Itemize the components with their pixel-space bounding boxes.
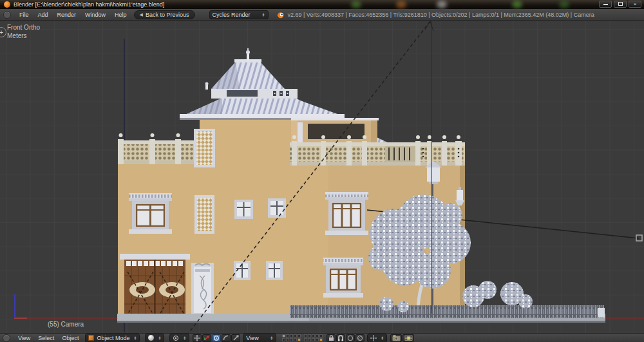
menu-render[interactable]: Render [53, 12, 81, 18]
blender-logo-icon [276, 11, 284, 19]
desktop-blur-decoration [396, 1, 406, 8]
snap-center-icon [370, 335, 377, 341]
small-window-3[interactable] [234, 261, 251, 280]
back-arrow-icon: ◀ [140, 12, 143, 17]
updown-arrows-icon: ▲▼ [183, 336, 186, 340]
layers-widget[interactable] [282, 334, 323, 341]
clerestory-window[interactable] [227, 90, 258, 97]
main-wooden-door[interactable] [124, 260, 185, 316]
eave-fascia [180, 114, 345, 118]
render-camera-icon [392, 335, 401, 341]
small-window-2[interactable] [268, 198, 286, 218]
render-engine-select[interactable]: Cycles Render ▲▼ [209, 10, 269, 19]
magnet-icon [337, 335, 344, 341]
scale-icon [232, 335, 239, 341]
manipulator-translate-button[interactable] [202, 334, 211, 342]
scene-stats: v2.69 | Verts:4908337 | Faces:4652356 | … [288, 12, 594, 18]
updown-arrows-icon: ▲▼ [270, 336, 273, 340]
pivot-icon [173, 335, 179, 341]
object-mode-icon [88, 335, 94, 341]
back-to-previous-button[interactable]: ◀ Back to Previous [134, 10, 195, 19]
hatched-circle-icon [357, 335, 363, 341]
menu-view[interactable]: View [14, 335, 34, 341]
viewport-header: View Select Object Object Mode ▲▼ ▲▼ ▲▼ [0, 333, 644, 342]
viewport-shading-select[interactable]: ▲▼ [145, 334, 164, 342]
small-window-4[interactable] [266, 261, 283, 280]
mode-select[interactable]: Object Mode ▲▼ [85, 334, 140, 342]
menu-add[interactable]: Add [33, 12, 53, 18]
manipulator-scale-button[interactable] [231, 334, 240, 342]
blender-window: Blender [E:\blender\chiekh\plan hakmi\ha… [0, 0, 644, 342]
desktop-blur-decoration [512, 1, 522, 8]
crowned-window-ground[interactable] [323, 258, 363, 298]
updown-arrows-icon: ▲▼ [262, 13, 265, 17]
minimize-button[interactable] [599, 1, 612, 8]
manipulator-toggle-button[interactable] [193, 334, 202, 342]
desktop-blur-decoration [437, 1, 447, 8]
pergola-column [298, 122, 303, 144]
titlebar[interactable]: Blender [E:\blender\chiekh\plan hakmi\ha… [0, 0, 644, 9]
desktop-blur-decoration [559, 1, 569, 8]
editor-type-selector-icon[interactable] [3, 334, 10, 342]
lattice-window-lower[interactable] [194, 195, 214, 234]
snap-target-select[interactable]: ▲▼ [367, 334, 387, 342]
menu-object[interactable]: Object [58, 335, 82, 341]
terrace-opening [308, 124, 365, 139]
grass-strip[interactable] [290, 305, 604, 318]
clerestory-ornaments [273, 91, 289, 96]
info-header: File Add Render Window Help ◀ Back to Pr… [0, 9, 644, 21]
move-arrows-icon [194, 335, 200, 341]
left-finial [205, 82, 209, 90]
maximize-button[interactable] [614, 1, 627, 8]
layers-group-1[interactable] [282, 334, 301, 341]
door-lintel [120, 254, 190, 260]
blender-app-icon [4, 1, 10, 8]
unit-label: Meters [7, 32, 27, 39]
menu-select[interactable]: Select [34, 335, 58, 341]
view-name-label: Front Ortho [7, 24, 40, 31]
pergola-cap [291, 118, 379, 120]
lock-to-scene-button[interactable] [327, 334, 336, 342]
manipulator-rotate-button[interactable] [212, 334, 221, 342]
snap-element-button[interactable] [355, 334, 365, 342]
render-film-icon [404, 335, 413, 341]
proportional-edit-button[interactable] [346, 334, 355, 342]
close-button[interactable]: × [629, 1, 641, 8]
opengl-render-button[interactable] [390, 334, 402, 342]
solid-shading-icon [148, 335, 154, 341]
window-title: Blender [E:\blender\chiekh\plan hakmi\ha… [14, 1, 164, 8]
menu-window[interactable]: Window [80, 12, 110, 18]
editor-type-selector-icon[interactable] [3, 11, 11, 19]
updown-arrows-icon: ▲▼ [158, 336, 161, 340]
lock-icon [328, 335, 334, 341]
opengl-render-anim-button[interactable] [402, 334, 414, 342]
3d-viewport[interactable]: Front Ortho Meters (55) Camera + [0, 21, 644, 333]
pivot-point-select[interactable]: ▲▼ [169, 334, 189, 342]
layers-group-2[interactable] [304, 334, 323, 341]
small-window-1[interactable] [234, 200, 253, 219]
lattice-window-upper[interactable] [194, 129, 215, 167]
menu-help[interactable]: Help [110, 12, 131, 18]
manipulator-arc-button[interactable] [222, 334, 231, 342]
transform-orientation-select[interactable]: View ▲▼ [243, 334, 276, 342]
translate-icon [204, 335, 210, 341]
snap-magnet-button[interactable] [336, 334, 345, 342]
arc-icon [223, 335, 229, 341]
viewport-canvas[interactable] [0, 21, 644, 333]
updown-arrows-icon: ▲▼ [133, 336, 137, 340]
circle-icon [347, 335, 354, 341]
crowned-window-right[interactable] [325, 192, 368, 235]
menu-file[interactable]: File [15, 12, 33, 18]
rotate-icon [213, 335, 220, 341]
updown-arrows-icon: ▲▼ [381, 336, 384, 340]
camera-name-label: (55) Camera [48, 321, 84, 328]
desktop-blur-decoration [351, 1, 361, 8]
ornate-white-door[interactable] [191, 263, 214, 316]
crowned-window-left[interactable] [129, 193, 172, 234]
